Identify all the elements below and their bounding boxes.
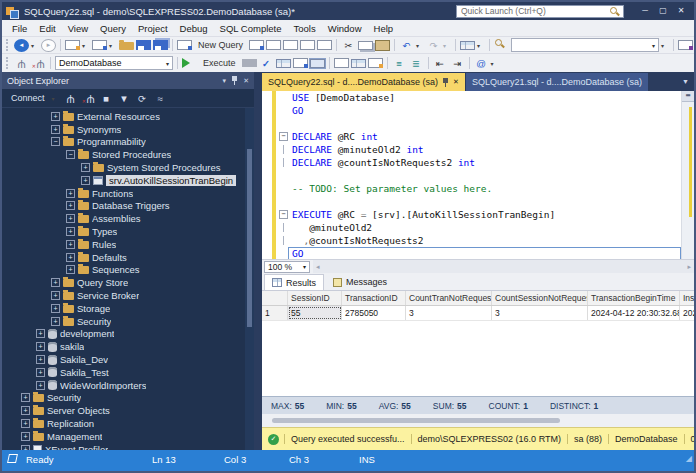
connect-caret[interactable]: ▾ — [52, 95, 60, 102]
code-line[interactable]: -- TODO: Set parameter values here. — [262, 182, 681, 195]
tree-item[interactable]: − Stored Procedures — [2, 148, 254, 161]
tree-item[interactable]: + Defaults — [2, 251, 254, 264]
new-project-caret[interactable]: ▾ — [82, 42, 90, 49]
specify-values-icon[interactable]: @ — [474, 56, 489, 71]
database-combo[interactable]: DemoDatabase — [55, 56, 173, 70]
expander-icon[interactable]: + — [51, 317, 60, 326]
expander-icon[interactable]: + — [66, 214, 75, 223]
menu-edit[interactable]: Edit — [33, 23, 61, 34]
zoom-select[interactable]: 100 % — [264, 261, 310, 273]
expander-icon[interactable]: − — [66, 150, 75, 159]
tree-item[interactable]: + Query Store — [2, 276, 254, 289]
open-file-icon[interactable] — [119, 42, 134, 50]
add-item-caret[interactable]: ▾ — [109, 42, 117, 49]
execute-icon[interactable] — [182, 58, 197, 68]
tree-item[interactable]: + srv.AutoKillSessionTranBegin — [2, 174, 254, 187]
tree-item[interactable]: + Security — [2, 315, 254, 328]
new-query-icon[interactable] — [177, 40, 192, 50]
grid-header-cell[interactable]: SessionID — [288, 291, 342, 305]
scroll-right-icon[interactable]: ▸ — [687, 263, 691, 271]
undo-icon[interactable]: ↶ — [399, 38, 414, 53]
tree-item[interactable]: + Sakila_Dev — [2, 353, 254, 366]
code-line[interactable]: GO — [262, 104, 681, 117]
fold-toggle-icon[interactable] — [279, 184, 288, 193]
tree-item[interactable]: + Replication — [2, 417, 254, 430]
status-insert-mode[interactable]: INS — [359, 454, 375, 465]
sql-editor[interactable]: USE [DemoDatabase] GO — [262, 91, 694, 259]
code-line[interactable]: @minuteOld2 — [262, 221, 681, 234]
editor-vertical-scrollbar[interactable]: ▬ — [681, 91, 694, 259]
fold-toggle-icon[interactable] — [279, 171, 288, 180]
grid-cell[interactable]: 1 — [262, 306, 288, 320]
results-horizontal-scrollbar[interactable] — [262, 414, 694, 427]
save-icon[interactable] — [136, 40, 151, 50]
tree-item[interactable]: + Database Triggers — [2, 200, 254, 213]
expander-icon[interactable]: + — [66, 253, 75, 262]
copy-icon[interactable] — [358, 41, 373, 50]
find-combo-caret[interactable]: ▾ — [661, 42, 669, 49]
fold-toggle-icon[interactable] — [279, 145, 288, 154]
code-line[interactable]: USE [DemoDatabase] — [262, 91, 681, 104]
grid-header-cell[interactable]: CountSessionNotRequest — [492, 291, 588, 305]
menu-help[interactable]: Help — [368, 23, 400, 34]
grid-header-cell[interactable]: TransactionBeginTime — [588, 291, 680, 305]
fold-toggle-icon[interactable] — [279, 249, 288, 258]
toolbar-grip[interactable] — [6, 39, 10, 51]
tree-item[interactable]: + Server Objects — [2, 404, 254, 417]
fold-toggle-icon[interactable] — [279, 236, 288, 245]
grid-header-cell[interactable]: Insert — [680, 291, 694, 305]
grid-header-cell[interactable]: CountTranNotRequest — [406, 291, 492, 305]
increase-indent-icon[interactable]: ⇥ — [450, 56, 465, 71]
tree-item[interactable]: + Rules — [2, 238, 254, 251]
menu-view[interactable]: View — [62, 23, 94, 34]
refresh-icon[interactable]: ⟳ — [135, 91, 150, 106]
change-connection-icon[interactable]: Ψ — [31, 56, 46, 71]
tab-messages[interactable]: Messages — [326, 274, 394, 290]
grid-cell[interactable]: 2024-04-12 20:30:32.680 — [588, 306, 680, 320]
analysis-services-dmx-query-icon[interactable] — [283, 40, 298, 50]
close-button[interactable]: ✕ — [672, 3, 690, 19]
status-char[interactable]: Ch 3 — [289, 454, 309, 465]
menu-debug[interactable]: Debug — [174, 23, 214, 34]
tree-item[interactable]: + WideWorldImporters — [2, 379, 254, 392]
expander-icon[interactable]: + — [51, 278, 60, 287]
expander-icon[interactable]: + — [21, 419, 30, 428]
menu-window[interactable]: Window — [322, 23, 368, 34]
results-to-grid-icon[interactable] — [310, 59, 325, 68]
code-line[interactable]: GO — [262, 247, 681, 259]
find-icon[interactable] — [494, 38, 509, 53]
uncomment-icon[interactable]: ≣ — [409, 56, 424, 71]
tree-item[interactable]: + Storage — [2, 302, 254, 315]
tree-item[interactable]: + sakila — [2, 340, 254, 353]
tree-item[interactable]: + Types — [2, 225, 254, 238]
tree-item[interactable]: + External Resources — [2, 110, 254, 123]
expander-icon[interactable]: + — [66, 189, 75, 198]
redo-caret[interactable]: ▾ — [443, 42, 451, 49]
fold-toggle-icon[interactable] — [279, 119, 288, 128]
include-actual-plan-icon[interactable] — [351, 59, 366, 68]
menu-sql-complete[interactable]: SQL Complete — [214, 23, 288, 34]
code-line[interactable] — [262, 117, 681, 130]
expander-icon[interactable]: + — [36, 329, 45, 338]
redo-icon[interactable]: ↷ — [426, 38, 441, 53]
tree-item[interactable]: + Functions — [2, 187, 254, 200]
fold-toggle-icon[interactable] — [279, 93, 288, 102]
tree-item[interactable]: + Sequences — [2, 264, 254, 277]
navigate-backward-icon[interactable]: ◄ — [14, 39, 29, 52]
tree-item[interactable]: + development — [2, 328, 254, 341]
comment-icon[interactable]: ≡ — [392, 56, 407, 71]
tab-close-icon[interactable]: ✕ — [453, 78, 459, 86]
fold-toggle-icon[interactable] — [279, 158, 288, 167]
editor-horizontal-scrollbar[interactable]: ◂ ▸ — [313, 260, 694, 273]
grid-cell[interactable]: 2785050 — [342, 306, 406, 320]
expander-icon[interactable]: + — [81, 176, 90, 185]
menu-file[interactable]: File — [6, 23, 33, 34]
query-options-icon[interactable] — [293, 58, 308, 68]
expander-icon[interactable]: + — [36, 355, 45, 364]
expander-icon[interactable]: + — [66, 227, 75, 236]
expander-icon[interactable]: + — [36, 368, 45, 377]
tree-item[interactable]: + Security — [2, 392, 254, 405]
window-position-caret[interactable]: ▾ — [223, 77, 227, 85]
expander-icon[interactable]: + — [21, 393, 30, 402]
tab-sqlquery21[interactable]: SQLQuery21.sql - d....DemoDatabase (sa) — [466, 73, 648, 91]
